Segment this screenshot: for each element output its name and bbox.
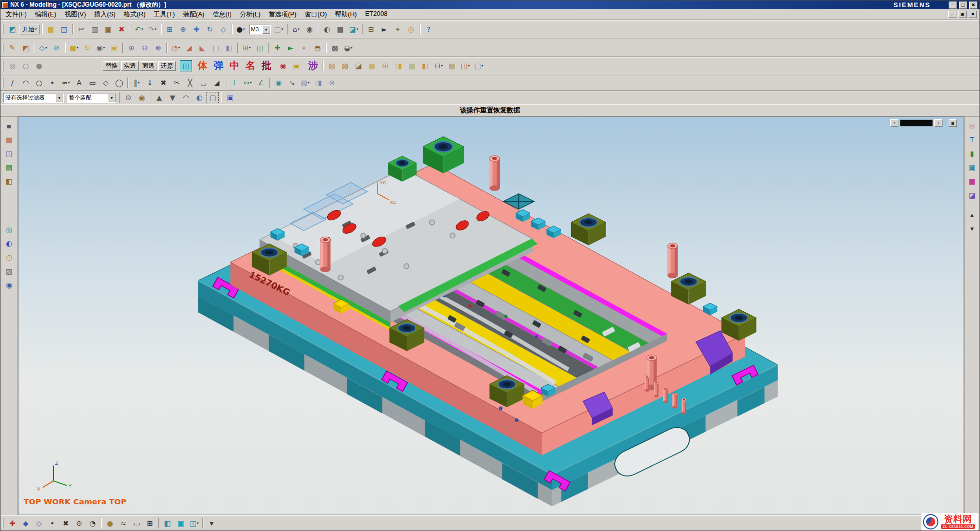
existing-point-snap-icon[interactable]: ●: [104, 518, 116, 529]
datum-csys-icon[interactable]: ⊘: [50, 42, 63, 53]
material-library-tab-icon[interactable]: ▮: [967, 148, 978, 159]
background-dropdown-icon[interactable]: ▢▾: [273, 24, 285, 35]
template-studio-tab-icon[interactable]: T: [967, 135, 978, 145]
help-icon[interactable]: ?: [423, 24, 435, 35]
save-icon[interactable]: ◫: [58, 24, 70, 35]
menu-analysis[interactable]: 分析(L): [236, 9, 265, 20]
maximize-button[interactable]: ▢: [959, 2, 967, 9]
spring-macro-button[interactable]: 弹: [211, 60, 226, 72]
find-component-icon[interactable]: ⊙: [122, 92, 135, 103]
macro-box-icon[interactable]: ▣: [290, 60, 303, 71]
orient-view-icon[interactable]: ⌂▾: [290, 24, 303, 35]
part-navigator-tab-icon[interactable]: ▤: [4, 162, 15, 173]
draft-icon[interactable]: ◣: [196, 42, 209, 53]
redo-icon[interactable]: ↷▾: [146, 24, 159, 35]
constraint-navigator-tab-icon[interactable]: ◫: [4, 148, 15, 159]
annotation-highlight-icon[interactable]: ◫: [180, 60, 192, 71]
chamfer-curve-icon[interactable]: ◢: [211, 77, 223, 88]
text-curve-icon[interactable]: A: [73, 77, 85, 88]
rotate-snap-icon[interactable]: ◠: [180, 92, 192, 103]
start-menu-button[interactable]: 开始▾: [20, 25, 40, 34]
delete-icon[interactable]: ✖: [116, 24, 128, 35]
shaded-with-edges-icon[interactable]: ◎: [6, 60, 18, 71]
undo-icon[interactable]: ↶▾: [133, 24, 145, 35]
internet-explorer-tab-icon[interactable]: ◐: [4, 238, 15, 249]
menu-tools[interactable]: 工具(T): [149, 9, 179, 20]
wave-geometry-linker-icon[interactable]: ◓: [311, 42, 324, 53]
cad-scene[interactable]: 15270KG: [18, 117, 964, 515]
pan-icon[interactable]: ✚: [191, 24, 203, 35]
mirror-feature-icon[interactable]: ◫: [254, 42, 266, 53]
palette-scroll-up-icon[interactable]: ▴: [967, 210, 978, 220]
layer-settings-icon[interactable]: ▤: [334, 24, 347, 35]
frame-right-button[interactable]: ›: [934, 119, 943, 127]
quadrant-snap-icon[interactable]: ◔: [86, 518, 99, 529]
hole-icon[interactable]: ◉▾: [95, 42, 107, 53]
preview-select-icon[interactable]: ▣: [224, 92, 236, 103]
selection-filter-dropdown[interactable]: 没有选择过滤器▼: [3, 93, 64, 103]
datum-plane-icon[interactable]: ◇▾: [37, 42, 49, 53]
batch-macro-button[interactable]: 批: [259, 60, 274, 72]
mold-tool-10-icon[interactable]: ▥: [446, 60, 458, 71]
color-palette-tab-icon[interactable]: ▦: [967, 176, 978, 186]
pattern-feature-icon[interactable]: ⊞▾: [240, 42, 253, 53]
dropdown-arrow-icon[interactable]: ▼: [108, 93, 116, 102]
end-point-snap-icon[interactable]: ◆: [20, 518, 32, 529]
fit-view-icon[interactable]: ⊞: [164, 24, 176, 35]
menu-insert[interactable]: 插入(S): [90, 9, 120, 20]
mold-tool-11-icon[interactable]: ◫▾: [459, 60, 472, 71]
cad-model[interactable]: 15270KG: [24, 137, 778, 506]
wade-macro-button[interactable]: 涉: [306, 60, 321, 72]
middle-macro-button[interactable]: 中: [227, 60, 242, 72]
selection-arrow-icon[interactable]: ►: [379, 24, 391, 35]
intersect-icon[interactable]: ⊗: [152, 42, 164, 53]
assembly-navigator-tab-icon[interactable]: ▥: [4, 135, 15, 145]
menu-et2008[interactable]: ET2008: [361, 9, 392, 20]
macro-dot-icon[interactable]: ◉: [277, 60, 289, 71]
animation-slider[interactable]: [900, 120, 933, 126]
mold-tool-3-icon[interactable]: ◪: [352, 60, 365, 71]
frame-left-button[interactable]: ‹: [890, 119, 898, 127]
sketch-icon[interactable]: ✎: [6, 42, 18, 53]
surface-icon[interactable]: ▧▾: [299, 77, 311, 88]
wireframe-display-icon[interactable]: ○: [20, 60, 32, 71]
copy-icon[interactable]: ▥: [89, 24, 101, 35]
mold-tool-4-icon[interactable]: ▩: [366, 60, 378, 71]
expressions-icon[interactable]: ▩: [329, 42, 341, 53]
mid-point-snap-icon[interactable]: ◇: [33, 518, 45, 529]
arc-icon[interactable]: ◠: [20, 77, 32, 88]
point-icon[interactable]: •: [46, 77, 59, 88]
mold-tool-2-icon[interactable]: ▨: [339, 60, 351, 71]
shaded-locate-icon[interactable]: ◐: [193, 92, 205, 103]
menu-format[interactable]: 格式(R): [120, 9, 149, 20]
select-top-level-icon[interactable]: ▲: [153, 92, 165, 103]
menu-view[interactable]: 视图(V): [61, 9, 90, 20]
resource-pin-icon[interactable]: ▪: [4, 121, 15, 131]
polygon-icon[interactable]: ◇: [100, 77, 112, 88]
menu-information[interactable]: 信息(I): [209, 9, 236, 20]
select-contained-icon[interactable]: ▼: [166, 92, 179, 103]
solid-translucency-button[interactable]: 实透: [121, 61, 139, 71]
wcs-snap-icon[interactable]: ▣: [175, 518, 187, 529]
edge-blend-icon[interactable]: ◔▾: [169, 42, 182, 53]
face-translucency-button[interactable]: 面透: [140, 61, 157, 71]
history-palette-tab-icon[interactable]: ◷: [4, 252, 15, 262]
hd3d-tools-tab-icon[interactable]: ◎: [4, 224, 15, 235]
mdi-close-button[interactable]: ✖: [969, 11, 977, 18]
fillet-curve-icon[interactable]: ◡: [197, 77, 210, 88]
mold-tool-6-icon[interactable]: ◨: [392, 60, 405, 71]
dropdown-arrow-icon[interactable]: ▼: [262, 25, 270, 34]
chamfer-icon[interactable]: ◢: [183, 42, 195, 53]
rectangle-icon[interactable]: ▭: [86, 77, 99, 88]
swept-icon[interactable]: ◨: [312, 77, 325, 88]
menu-assemblies[interactable]: 装配(A): [179, 9, 209, 20]
menu-edit[interactable]: 编辑(E): [31, 9, 61, 20]
material-display-icon[interactable]: ◎: [405, 24, 418, 35]
offset-curve-icon[interactable]: ∥▾: [130, 77, 143, 88]
through-curves-icon[interactable]: ⊚: [326, 77, 338, 88]
bounded-grid-snap-icon[interactable]: ⊞: [144, 518, 156, 529]
assembly-constraints-icon[interactable]: ⌖: [298, 42, 310, 53]
view-section-icon[interactable]: ◪▾: [348, 24, 360, 35]
extrude-icon[interactable]: ■▾: [68, 42, 80, 53]
graphics-window[interactable]: ‹›▪: [18, 117, 964, 515]
